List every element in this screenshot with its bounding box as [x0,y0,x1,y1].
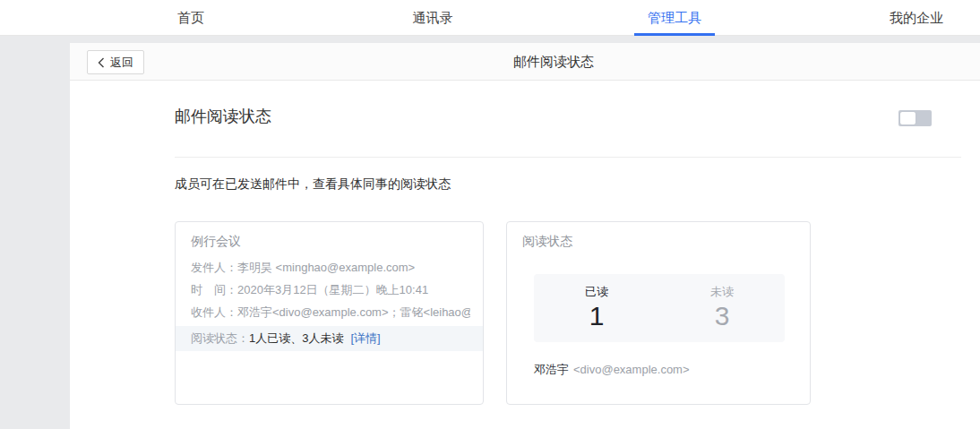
feature-description: 成员可在已发送邮件中，查看具体同事的阅读状态 [175,176,451,193]
page-title: 邮件阅读状态 [70,43,980,81]
read-status-row: 阅读状态：1人已读、3人未读[详情] [176,326,483,351]
nav-tab-bar: 首页 通讯录 管理工具 我的企业 [70,0,980,36]
read-status-row-label: 阅读状态： [191,331,249,345]
mail-field-sender: 发件人：李明昊 <minghao@example.com> [191,256,470,279]
read-status-row-value: 1人已读、3人未读 [249,331,343,345]
nav-tab-admin-tools[interactable]: 管理工具 [554,0,795,36]
unread-column: 未读 3 [659,274,785,342]
mail-field-time: 时 间：2020年3月12日（星期二）晚上10:41 [191,279,470,301]
reader-name: 邓浩宇 [534,363,569,376]
read-column: 已读 1 [534,274,659,342]
read-status-card: 阅读状态 已读 1 未读 3 邓浩宇<divo@example.com> [506,221,811,405]
unread-count: 3 [659,301,785,331]
reader-entry: 邓浩宇<divo@example.com> [534,362,690,378]
mail-field-sender-value: 李明昊 <minghao@example.com> [237,261,415,274]
toggle-knob [900,112,916,124]
nav-tab-admin-tools-label: 管理工具 [648,10,701,27]
main-panel: 返回 邮件阅读状态 邮件阅读状态 成员可在已发送邮件中，查看具体同事的阅读状态 … [70,43,980,429]
read-status-card-title: 阅读状态 [522,234,572,250]
mail-preview-card: 例行会议 发件人：李明昊 <minghao@example.com> 时 间：2… [175,221,484,405]
page-header: 返回 邮件阅读状态 [70,43,980,81]
read-label: 已读 [534,284,659,300]
section-divider [175,157,961,158]
unread-label: 未读 [659,284,785,300]
reader-email: <divo@example.com> [573,363,690,376]
mail-field-time-label: 时 间： [191,283,237,296]
mail-field-recipients-value: 邓浩宇<divo@example.com>；雷铭<leihao@e... [237,305,470,319]
mail-field-sender-label: 发件人： [191,261,237,274]
mail-field-recipients: 收件人：邓浩宇<divo@example.com>；雷铭<leihao@e... [191,301,470,323]
mail-subject: 例行会议 [191,234,241,250]
mail-fields: 发件人：李明昊 <minghao@example.com> 时 间：2020年3… [191,256,470,323]
nav-tab-home[interactable]: 首页 [70,0,312,36]
nav-tab-contacts[interactable]: 通讯录 [312,0,554,36]
mail-field-time-value: 2020年3月12日（星期二）晚上10:41 [237,283,428,296]
active-tab-underline [634,33,715,36]
nav-tab-my-company[interactable]: 我的企业 [795,0,980,36]
feature-toggle[interactable] [898,110,932,126]
mail-field-recipients-label: 收件人： [191,305,237,319]
detail-link[interactable]: [详情] [350,331,380,345]
read-count: 1 [534,301,659,331]
read-unread-panel: 已读 1 未读 3 [534,274,785,342]
top-nav: 首页 通讯录 管理工具 我的企业 [0,0,980,36]
feature-title: 邮件阅读状态 [175,106,271,127]
